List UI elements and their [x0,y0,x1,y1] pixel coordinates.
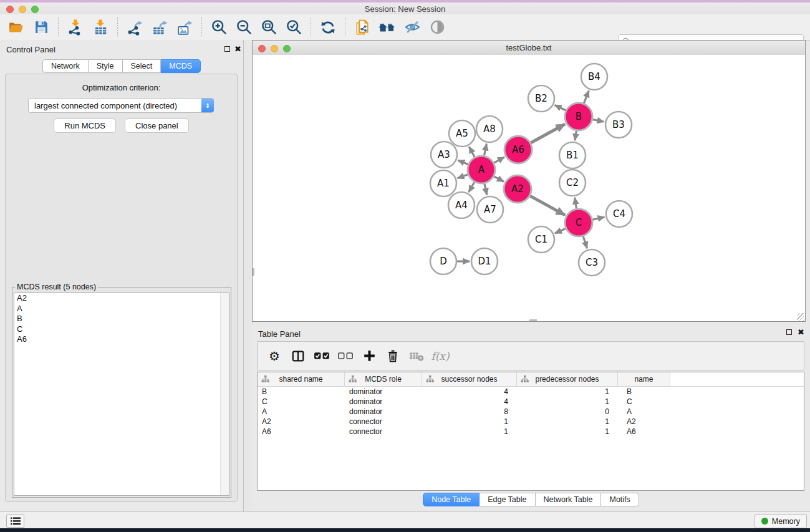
graph-node-A4[interactable]: A4 [448,192,475,218]
graph-node-C1[interactable]: C1 [528,226,554,253]
zoom-fit-icon[interactable] [259,18,278,37]
add-column-icon[interactable] [360,347,378,365]
panel-splitter[interactable] [244,40,253,511]
table-settings-icon[interactable]: ⚙ [265,347,284,365]
graph-edge-B-B3[interactable] [593,120,604,122]
mcds-result-item[interactable]: A6 [14,334,229,345]
table-row[interactable]: Cdominator41C [258,397,804,407]
column-header-predecessor-nodes[interactable]: predecessor nodes [517,372,618,386]
mcds-result-item[interactable]: B [14,314,229,324]
graph-edge-A-A7[interactable] [485,183,487,195]
zoom-in-icon[interactable] [210,18,228,37]
column-visibility-icon[interactable] [289,347,307,365]
close-panel-button[interactable]: Close panel [125,118,189,133]
import-network-icon[interactable] [66,18,85,37]
graph-edge-C-C2[interactable] [575,198,577,209]
graph-node-A[interactable]: A [468,156,495,183]
network-canvas[interactable]: B4B2BB3A8A5A6A3B1AC2A1A2A4A7C4CC1C3DD1 [253,55,805,321]
graph-edge-A-A4[interactable] [469,182,475,192]
deselect-all-icon[interactable] [336,347,355,365]
node-table[interactable]: shared nameMCDS rolesuccessor nodesprede… [257,372,804,491]
graph-edge-A-A8[interactable] [485,144,487,156]
graph-node-C2[interactable]: C2 [559,170,586,196]
zoom-selected-icon[interactable] [284,18,303,37]
graph-node-A5[interactable]: A5 [449,120,475,147]
graph-edge-A-A2[interactable] [494,177,504,181]
graph-node-A1[interactable]: A1 [430,170,456,196]
network-vscroll-thumb[interactable] [253,268,254,276]
first-neighbors-icon[interactable] [378,18,397,37]
graph-node-A6[interactable]: A6 [504,136,532,163]
graph-node-C4[interactable]: C4 [606,201,632,227]
close-panel-icon[interactable]: ✖ [234,46,241,52]
network-hscroll-thumb[interactable] [529,319,537,321]
tab-node-table[interactable]: Node Table [423,493,480,506]
graph-node-A3[interactable]: A3 [431,142,457,168]
level-of-detail-icon[interactable] [428,18,446,37]
tab-motifs[interactable]: Motifs [601,493,639,506]
import-table-icon[interactable] [91,18,110,37]
graph-node-D[interactable]: D [430,248,456,274]
network-window-titlebar[interactable]: testGlobe.txt [253,41,805,56]
task-history-button[interactable] [6,515,24,528]
column-header-shared-name[interactable]: shared name [258,372,345,386]
criterion-dropdown[interactable]: largest connected component (directed) ▲… [28,98,214,113]
float-panel-icon[interactable] [224,46,230,52]
clone-network-icon[interactable] [353,18,372,37]
tab-edge-table[interactable]: Edge Table [480,493,535,506]
mcds-result-item[interactable]: C [14,324,229,335]
graph-edge-B-B4[interactable] [584,90,589,103]
graph-node-B4[interactable]: B4 [581,64,607,90]
table-row[interactable]: A6connector11A6 [258,427,804,437]
float-table-panel-icon[interactable] [786,329,792,335]
graph-node-A2[interactable]: A2 [504,175,531,203]
graph-node-D1[interactable]: D1 [471,248,498,274]
graph-node-A7[interactable]: A7 [477,196,503,223]
graph-edge-C-C1[interactable] [555,228,566,233]
zoom-out-icon[interactable] [234,18,253,37]
delete-column-icon[interactable] [383,347,402,365]
graph-edge-C-C3[interactable] [583,236,587,248]
open-session-icon[interactable] [7,18,26,37]
mcds-result-list[interactable]: A2ABCA6 [14,293,229,496]
column-header-name[interactable]: name [618,372,670,386]
graph-edge-A6-B[interactable] [531,124,565,143]
tab-mcds[interactable]: MCDS [161,59,201,73]
table-row[interactable]: Adominator80A [258,407,804,417]
run-mcds-button[interactable]: Run MCDS [54,118,116,133]
graph-edge-B-B2[interactable] [555,105,566,110]
function-builder-icon[interactable]: f(x) [431,347,450,365]
graph-edge-A-A3[interactable] [458,160,468,165]
mcds-result-item[interactable]: A2 [14,293,229,304]
export-image-icon[interactable] [175,18,194,37]
refresh-icon[interactable] [319,18,337,37]
graph-edge-A-A5[interactable] [469,147,475,157]
save-session-icon[interactable] [32,18,51,37]
export-table-icon[interactable] [150,18,169,37]
graph-node-C3[interactable]: C3 [579,249,605,276]
graph-node-B1[interactable]: B1 [559,142,586,168]
hide-graphics-icon[interactable] [403,18,422,37]
graph-node-C[interactable]: C [565,209,592,236]
graph-edge-A2-C[interactable] [530,196,565,215]
graph-node-B2[interactable]: B2 [528,85,554,112]
network-resize-grip[interactable] [797,313,804,321]
tab-network[interactable]: Network [42,59,89,73]
tab-network-table[interactable]: Network Table [536,493,602,506]
graph-node-B3[interactable]: B3 [605,112,632,138]
export-network-icon[interactable] [125,18,144,37]
table-row[interactable]: A2connector11A2 [258,417,804,427]
table-row[interactable]: Bdominator41B [258,387,804,397]
graph-node-B[interactable]: B [565,103,592,130]
tab-style[interactable]: Style [89,59,123,73]
mcds-result-item[interactable]: A [14,304,229,314]
close-table-panel-icon[interactable]: ✖ [798,329,804,336]
graph-edge-A-A1[interactable] [458,175,468,178]
select-all-icon[interactable] [312,347,331,365]
delete-table-icon[interactable] [407,347,426,365]
tab-select[interactable]: Select [123,59,162,73]
graph-edge-A-A6[interactable] [494,157,504,163]
graph-node-A8[interactable]: A8 [476,116,503,142]
result-list-scrollbar[interactable] [220,293,229,495]
column-header-mcds-role[interactable]: MCDS role [345,372,422,386]
